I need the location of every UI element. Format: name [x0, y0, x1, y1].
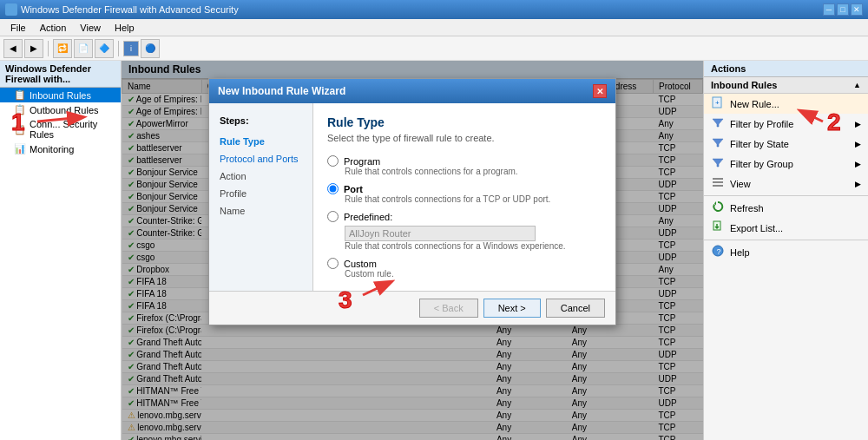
action-item-new-rule-[interactable]: +New Rule... [704, 94, 868, 114]
sidebar-item-inbound[interactable]: 📋 Inbound Rules [0, 88, 121, 102]
toolbar-action5[interactable]: 🔵 [141, 39, 160, 58]
radio-desc-custom: Custom rule. [345, 269, 602, 279]
action-icon-view [711, 176, 725, 191]
action-label: View [730, 179, 751, 189]
radio-label-predefined[interactable]: Predefined: [327, 211, 602, 222]
actions-items: +New Rule...Filter by Profile▶Filter by … [704, 94, 868, 262]
connection-icon: 📋 [14, 124, 26, 135]
svg-marker-2 [713, 119, 723, 127]
dialog-overlay: New Inbound Rule Wizard ✕ Steps: Rule Ty… [122, 61, 703, 440]
maximize-button[interactable]: □ [837, 3, 849, 16]
dialog-close-button[interactable]: ✕ [593, 84, 607, 98]
action-icon-refresh [711, 200, 725, 215]
cancel-button[interactable]: Cancel [546, 299, 605, 318]
action-submenu-arrow-icon: ▶ [855, 180, 861, 188]
monitoring-icon: 📊 [14, 143, 26, 154]
menu-item-help[interactable]: Help [108, 21, 141, 35]
tree-header: Windows Defender Firewall with... [0, 61, 121, 88]
dialog-body: Steps: Rule TypeProtocol and PortsAction… [209, 103, 615, 291]
dialog-step-rule-type: Rule Type [209, 133, 312, 150]
sidebar-item-outbound[interactable]: 📋 Outbound Rules [0, 102, 121, 117]
radio-input-program[interactable] [327, 155, 339, 167]
toolbar-back[interactable]: ◀ [3, 39, 23, 58]
actions-subheader-text: Inbound Rules [711, 80, 777, 90]
actions-panel: Actions Inbound Rules ▲ +New Rule...Filt… [703, 61, 868, 440]
predefined-select[interactable]: AllJoyn Router [345, 226, 536, 241]
monitoring-label: Monitoring [30, 144, 74, 154]
toolbar-action3[interactable]: 🔷 [95, 39, 114, 58]
menu-item-view[interactable]: View [73, 21, 108, 35]
action-item-filter-by-state[interactable]: Filter by State▶ [704, 134, 868, 154]
back-button[interactable]: < Back [419, 299, 478, 318]
toolbar-action4[interactable]: i [123, 41, 139, 56]
outbound-icon: 📋 [14, 104, 26, 115]
action-submenu-arrow-icon: ▶ [855, 160, 861, 168]
radio-label-custom[interactable]: Custom [327, 258, 602, 269]
dialog-right: Rule Type Select the type of firewall ru… [313, 103, 615, 291]
action-item-export-list-[interactable]: Export List... [704, 218, 868, 238]
title-bar-controls: ─ □ ✕ [823, 3, 863, 16]
actions-subheader: Inbound Rules ▲ [704, 77, 868, 94]
action-separator [704, 195, 868, 196]
action-submenu-arrow-icon: ▶ [855, 140, 861, 148]
svg-text:?: ? [717, 247, 721, 256]
action-label: Refresh [730, 203, 764, 213]
action-label: Filter by Group [730, 159, 793, 169]
action-label: Filter by State [730, 139, 789, 149]
action-item-filter-by-profile[interactable]: Filter by Profile▶ [704, 114, 868, 134]
inbound-icon: 📋 [14, 89, 26, 101]
action-item-help[interactable]: ?Help [704, 242, 868, 262]
action-submenu-arrow-icon: ▶ [855, 120, 861, 128]
action-icon-filter-by-state [711, 136, 725, 151]
sidebar-item-monitoring[interactable]: 📊 Monitoring [0, 141, 121, 156]
svg-text:+: + [715, 99, 720, 107]
radio-item-port: PortRule that controls connections for a… [327, 183, 602, 204]
toolbar-sep2 [118, 41, 119, 56]
sidebar-item-connection[interactable]: 📋 Conn... Security Rules [0, 117, 121, 141]
svg-rect-6 [713, 181, 723, 183]
dialog-step-protocol-and-ports[interactable]: Protocol and Ports [209, 150, 312, 167]
action-label: New Rule... [730, 99, 779, 109]
chevron-up-icon: ▲ [853, 81, 861, 89]
app-icon [5, 3, 17, 16]
dialog-section-title: Rule Type [327, 115, 602, 129]
connection-label: Conn... Security Rules [30, 119, 115, 140]
action-item-filter-by-group[interactable]: Filter by Group▶ [704, 154, 868, 174]
action-icon-filter-by-profile [711, 116, 725, 131]
svg-rect-5 [713, 178, 723, 180]
toolbar-action1[interactable]: 🔁 [53, 39, 72, 58]
action-item-view[interactable]: View▶ [704, 174, 868, 194]
action-item-refresh[interactable]: Refresh [704, 198, 868, 218]
toolbar-action2[interactable]: 📄 [74, 39, 93, 58]
svg-marker-4 [713, 159, 723, 167]
svg-marker-3 [713, 139, 723, 147]
radio-item-program: ProgramRule that controls connections fo… [327, 155, 602, 176]
action-icon-help: ? [711, 245, 725, 259]
radio-item-custom: CustomCustom rule. [327, 258, 602, 279]
radio-label-port[interactable]: Port [327, 183, 602, 194]
next-button[interactable]: Next > [483, 299, 541, 318]
dialog-step-action: Action [209, 167, 312, 185]
steps-label: Steps: [209, 112, 312, 129]
radio-label-program[interactable]: Program [327, 155, 602, 167]
main-layout: Windows Defender Firewall with... 📋 Inbo… [0, 61, 868, 440]
close-button[interactable]: ✕ [851, 3, 863, 16]
menu-item-file[interactable]: File [3, 21, 33, 35]
menu-item-action[interactable]: Action [33, 21, 74, 35]
action-icon-filter-by-group [711, 156, 725, 171]
radio-input-port[interactable] [327, 183, 339, 194]
dialog-section-desc: Select the type of firewall rule to crea… [327, 133, 602, 143]
outbound-label: Outbound Rules [30, 105, 99, 115]
radio-input-predefined[interactable] [327, 211, 339, 222]
center-panel: Inbound Rules NameGroupProfileEnabledAct… [122, 61, 703, 440]
dialog-footer: < Back Next > Cancel [209, 291, 615, 325]
title-bar-title: Windows Defender Firewall with Advanced … [21, 4, 823, 15]
toolbar-forward[interactable]: ▶ [24, 39, 43, 58]
radio-input-custom[interactable] [327, 258, 339, 269]
action-icon-export-list- [711, 220, 725, 235]
radio-desc-predefined: Rule that controls connections for a Win… [345, 241, 602, 251]
minimize-button[interactable]: ─ [823, 3, 835, 16]
dialog-options: ProgramRule that controls connections fo… [327, 155, 602, 279]
dialog: New Inbound Rule Wizard ✕ Steps: Rule Ty… [208, 78, 616, 325]
dialog-steps: Steps: Rule TypeProtocol and PortsAction… [209, 103, 313, 291]
